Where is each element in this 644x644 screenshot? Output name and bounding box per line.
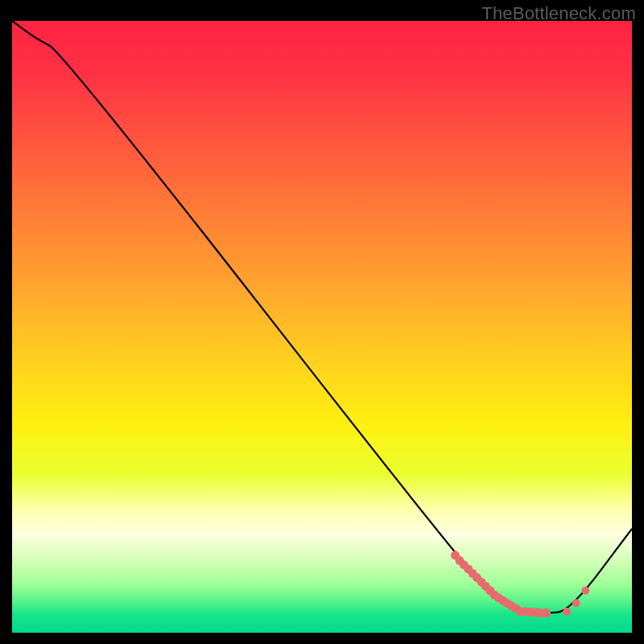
chart-svg bbox=[12, 21, 632, 633]
optimal-marker bbox=[542, 609, 551, 617]
watermark-text: TheBottleneck.com bbox=[481, 3, 636, 24]
optimal-marker bbox=[572, 599, 580, 607]
optimal-marker bbox=[581, 587, 589, 595]
plot-area bbox=[12, 21, 632, 633]
gradient-background bbox=[12, 21, 632, 633]
optimal-marker bbox=[563, 608, 571, 616]
chart-frame: TheBottleneck.com bbox=[0, 0, 644, 644]
